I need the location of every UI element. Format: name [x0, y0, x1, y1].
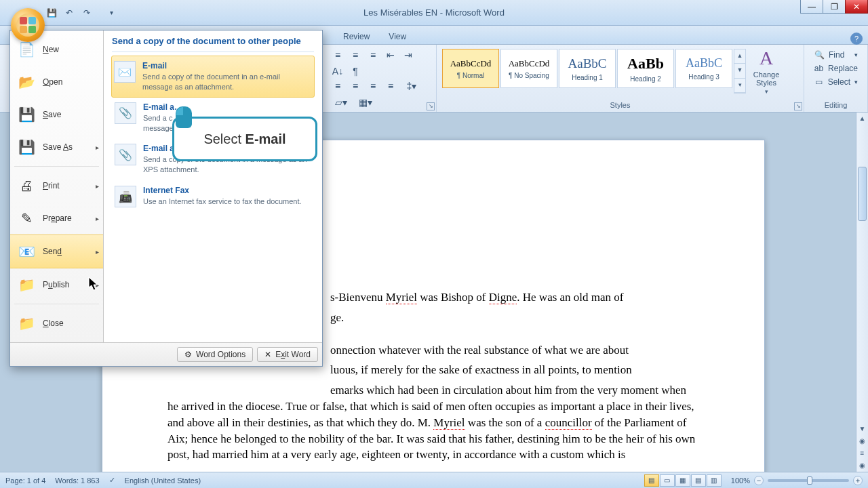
menu-print[interactable]: 🖨Print▸: [10, 169, 103, 202]
mouse-cursor: [88, 277, 99, 291]
save-icon: 💾: [17, 105, 36, 124]
xps-icon: 📎: [115, 144, 136, 165]
line-spacing-icon[interactable]: ‡▾: [400, 79, 423, 94]
borders-icon[interactable]: ▦▾: [354, 95, 377, 110]
print-icon: 🖨: [17, 176, 36, 195]
web-layout-view[interactable]: ▦: [675, 474, 690, 487]
redo-icon[interactable]: ↷: [79, 5, 95, 20]
proofing-icon[interactable]: ✓: [109, 476, 115, 485]
tab-view[interactable]: View: [380, 29, 414, 44]
increase-indent-icon[interactable]: ⇥: [400, 47, 416, 62]
print-layout-view[interactable]: ▤: [644, 474, 659, 487]
close-button[interactable]: ✕: [845, 0, 868, 14]
browse-object-icon[interactable]: ≡: [856, 447, 868, 460]
word-options-button[interactable]: ⚙Word Options: [177, 347, 253, 362]
change-styles-button[interactable]: A Change Styles ▾: [747, 47, 785, 95]
send-panel-header: Send a copy of the document to other peo…: [112, 36, 314, 52]
help-icon[interactable]: ?: [850, 33, 863, 45]
options-icon: ⚙: [184, 350, 192, 359]
styles-launcher-icon[interactable]: ↘: [794, 102, 802, 110]
title-bar: 💾 ↶ ↷ ▾ Les Misérables EN - Microsoft Wo…: [0, 0, 868, 26]
style-heading-3[interactable]: AaBbCHeading 3: [675, 49, 732, 88]
window-title: Les Misérables EN - Microsoft Word: [0, 7, 868, 18]
send-email[interactable]: ✉️ E-mailSend a copy of the document in …: [111, 56, 315, 98]
find-button[interactable]: 🔍Find▾: [810, 49, 862, 61]
align-right-icon[interactable]: ≡: [365, 79, 381, 94]
paragraph-launcher-icon[interactable]: ↘: [427, 102, 435, 110]
find-icon: 🔍: [814, 50, 825, 60]
menu-send[interactable]: 📧Send▸: [10, 235, 103, 268]
align-left-icon[interactable]: ≡: [330, 79, 346, 94]
office-menu-right: Send a copy of the document to other peo…: [104, 30, 322, 342]
office-menu-footer: ⚙Word Options ✕Exit Word: [10, 342, 322, 366]
view-buttons: ▤ ▭ ▦ ▤ ▥: [644, 474, 722, 487]
styles-scroll[interactable]: ▲▼▾: [734, 49, 746, 94]
pdf-icon: 📎: [115, 102, 136, 124]
open-icon: 📂: [17, 73, 36, 92]
tab-review[interactable]: Review: [335, 29, 378, 44]
tutorial-callout: Select E-mail: [172, 117, 317, 161]
editing-group-label: Editing: [808, 100, 863, 109]
justify-icon[interactable]: ≡: [382, 79, 399, 94]
office-menu: 📄NNewew 📂Open 💾Save 💾Save As▸ 🖨Print▸ ✎P…: [9, 30, 323, 367]
numbering-icon[interactable]: ≡: [347, 47, 363, 62]
maximize-button[interactable]: ❐: [823, 0, 846, 14]
scroll-thumb[interactable]: [858, 167, 867, 221]
style-heading-2[interactable]: AaBbHeading 2: [617, 49, 674, 88]
send-icon: 📧: [17, 242, 36, 261]
quick-access-toolbar: 💾 ↶ ↷ ▾: [43, 0, 119, 25]
undo-icon[interactable]: ↶: [61, 5, 77, 20]
scroll-down-icon[interactable]: ▼: [856, 423, 868, 435]
menu-save[interactable]: 💾Save: [10, 98, 103, 131]
scroll-up-icon[interactable]: ▲: [856, 113, 868, 125]
exit-icon: ✕: [264, 350, 271, 359]
status-words[interactable]: Words: 1 863: [55, 476, 99, 485]
align-center-icon[interactable]: ≡: [347, 79, 363, 94]
email-icon: ✉️: [114, 61, 136, 83]
zoom-out-button[interactable]: −: [754, 476, 764, 485]
vertical-scrollbar[interactable]: ▲ ▼ ◉ ≡ ◉: [856, 113, 868, 472]
office-button[interactable]: [11, 8, 45, 42]
zoom-level[interactable]: 100%: [731, 476, 750, 485]
replace-icon: ab: [814, 64, 824, 73]
menu-prepare[interactable]: ✎Prepare▸: [10, 202, 103, 235]
style-heading-1[interactable]: AaBbCHeading 1: [559, 49, 616, 88]
next-page-icon[interactable]: ◉: [856, 460, 868, 472]
status-page[interactable]: Page: 1 of 4: [5, 476, 45, 485]
exit-word-button[interactable]: ✕Exit Word: [257, 347, 318, 362]
zoom-in-button[interactable]: +: [853, 476, 863, 485]
multilevel-icon[interactable]: ≡: [365, 47, 381, 62]
select-button[interactable]: ▭Select▾: [810, 76, 862, 88]
menu-close[interactable]: 📁Close: [10, 307, 103, 340]
full-screen-view[interactable]: ▭: [660, 474, 675, 487]
style-no-spacing[interactable]: AaBbCcDd¶ No Spacing: [500, 49, 557, 88]
status-bar: Page: 1 of 4 Words: 1 863 ✓ English (Uni…: [0, 472, 868, 488]
shading-icon[interactable]: ▱▾: [330, 95, 353, 110]
prepare-icon: ✎: [17, 209, 36, 228]
new-icon: 📄: [17, 40, 36, 59]
menu-open[interactable]: 📂Open: [10, 66, 103, 98]
publish-icon: 📁: [17, 275, 36, 294]
prev-page-icon[interactable]: ◉: [856, 435, 868, 447]
decrease-indent-icon[interactable]: ⇤: [382, 47, 399, 62]
draft-view[interactable]: ▥: [707, 474, 722, 487]
zoom-slider[interactable]: [768, 479, 849, 482]
zoom-control: 100% − +: [731, 476, 863, 485]
qat-customize-icon[interactable]: ▾: [103, 5, 119, 20]
sort-icon[interactable]: A↓: [330, 64, 346, 79]
styles-gallery: AaBbCcDd¶ Normal AaBbCcDd¶ No Spacing Aa…: [441, 47, 747, 95]
save-icon[interactable]: 💾: [43, 5, 60, 20]
fax-icon: 📠: [115, 186, 136, 207]
bullets-icon[interactable]: ≡: [330, 47, 346, 62]
close-doc-icon: 📁: [17, 314, 36, 333]
mouse-icon: [176, 106, 192, 128]
replace-button[interactable]: abReplace: [810, 62, 862, 75]
outline-view[interactable]: ▤: [691, 474, 706, 487]
send-internet-fax[interactable]: 📠 Internet FaxUse an Internet fax servic…: [112, 180, 314, 213]
minimize-button[interactable]: —: [800, 0, 823, 14]
menu-save-as[interactable]: 💾Save As▸: [10, 131, 103, 163]
save-as-icon: 💾: [17, 138, 36, 157]
show-marks-icon[interactable]: ¶: [347, 64, 363, 79]
status-language[interactable]: English (United States): [125, 476, 201, 485]
style-normal[interactable]: AaBbCcDd¶ Normal: [442, 49, 499, 88]
